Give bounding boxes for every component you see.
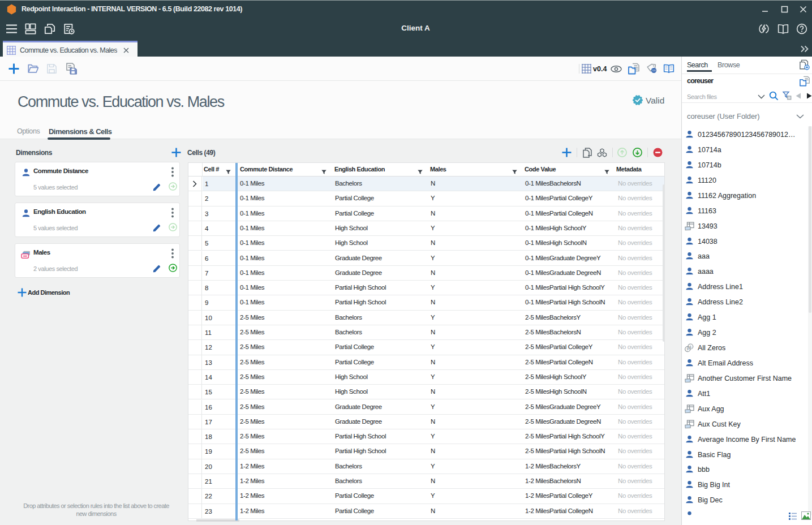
svg-text:123: 123 bbox=[652, 70, 656, 72]
svg-text:$: $ bbox=[690, 345, 692, 348]
